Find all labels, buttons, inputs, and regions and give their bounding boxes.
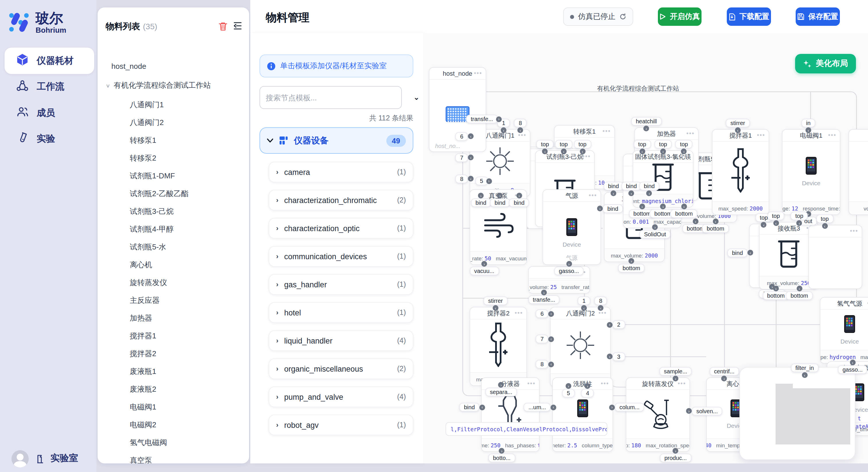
tree-item[interactable]: 真空泵 — [98, 452, 249, 463]
sidebar-item-3[interactable]: 实验 — [5, 126, 94, 152]
port-chip[interactable]: 2 — [613, 321, 625, 329]
port-chip[interactable]: top — [767, 212, 784, 220]
more-icon[interactable]: ••• — [686, 130, 694, 136]
template-category-camera[interactable]: ›camera(1) — [269, 162, 413, 182]
node-八通阀门2[interactable]: 八通阀门2•••positions: 81‹8‹6‹7‹8‹›2›3›5›4 — [550, 307, 611, 387]
tree-item-workstation[interactable]: ∨有机化学流程综合测试工作站 — [98, 77, 249, 94]
port-chip[interactable]: 5 — [562, 389, 575, 398]
tree-item[interactable]: 八通阀门2 — [98, 115, 249, 131]
more-icon[interactable]: ••• — [515, 309, 523, 316]
tree-item[interactable]: 离心机 — [98, 257, 249, 273]
sidebar-item-0[interactable]: 仪器耗材 — [5, 47, 94, 74]
tree-item[interactable]: 电磁阀1 — [98, 399, 249, 415]
more-icon[interactable]: ••• — [527, 380, 536, 386]
template-category-hotel[interactable]: ›hotel(1) — [269, 302, 413, 323]
tree-item[interactable]: 转移泵2 — [98, 150, 249, 166]
node-气源[interactable]: 气源•••Device气源›bind›gasso... — [542, 189, 601, 265]
beautify-layout-button[interactable]: 美化布局 — [795, 54, 856, 73]
port-chip[interactable]: top — [555, 140, 572, 148]
port-chip[interactable]: bottom — [671, 209, 697, 218]
tree-item[interactable]: 试剂瓶2-乙酸乙酯 — [98, 186, 249, 202]
tree-item[interactable]: 主反应器 — [98, 293, 249, 308]
port-chip[interactable]: sample... — [659, 367, 692, 376]
tree-item[interactable]: 废液瓶2 — [98, 381, 249, 398]
port-chip[interactable]: 8 — [536, 360, 548, 369]
tree-item[interactable]: 电磁阀2 — [98, 417, 249, 433]
node-card[interactable]: •••top‹ — [808, 225, 862, 289]
template-category-communication_devices[interactable]: ›communication_devices(1) — [269, 246, 413, 267]
port-chip[interactable]: bind — [603, 182, 623, 191]
tree-item[interactable]: 废液瓶1 — [98, 364, 249, 380]
template-category-characterization_optic[interactable]: ›characterization_optic(1) — [269, 218, 413, 239]
refresh-icon[interactable] — [619, 13, 626, 20]
port-chip[interactable]: bottom — [786, 291, 813, 300]
port-chip[interactable]: ...um... — [524, 403, 551, 411]
more-icon[interactable]: ••• — [601, 380, 609, 386]
port-chip[interactable]: 3 — [613, 352, 625, 361]
tree-item[interactable]: 试剂瓶1-DMF — [98, 168, 249, 184]
port-chip[interactable]: 4 — [581, 389, 594, 398]
template-category-robot_agv[interactable]: ›robot_agv(1) — [269, 415, 413, 435]
collapse-panel-icon[interactable] — [233, 22, 242, 30]
template-category-pump_and_valve[interactable]: ›pump_and_valve(4) — [269, 386, 413, 407]
tree-item[interactable]: 试剂瓶5-水 — [98, 239, 249, 255]
port-chip[interactable]: bind — [509, 198, 529, 207]
port-chip[interactable]: stirrer — [484, 297, 507, 305]
tree-item[interactable]: 八通阀门1 — [98, 97, 249, 113]
port-chip[interactable]: colum... — [615, 403, 644, 411]
port-chip[interactable]: centrif... — [710, 367, 739, 376]
floating-port-chip[interactable]: transfe...› — [466, 115, 502, 123]
port-chip[interactable]: bind — [727, 248, 747, 257]
tree-item[interactable]: 搅拌器2 — [98, 346, 249, 362]
port-chip[interactable]: SolidOut — [640, 230, 671, 239]
port-chip[interactable]: bind — [639, 182, 659, 191]
port-chip[interactable]: bind — [471, 198, 491, 207]
avatar[interactable] — [11, 450, 29, 467]
tree-item[interactable]: 旋转蒸发仪 — [98, 275, 249, 291]
more-icon[interactable]: ••• — [757, 131, 765, 138]
port-chip[interactable]: transfe... — [528, 295, 560, 304]
port-chip[interactable]: top — [536, 140, 554, 148]
save-config-button[interactable]: 保存配置 — [796, 7, 840, 26]
port-chip[interactable]: separa... — [485, 388, 517, 396]
more-icon[interactable]: ••• — [474, 69, 482, 76]
chevron-down-icon[interactable]: ⌄ — [413, 93, 420, 102]
port-chip[interactable]: 8 — [456, 175, 468, 183]
port-chip[interactable]: stirrer — [726, 119, 750, 127]
sidebar-item-1[interactable]: 工作流 — [5, 74, 94, 100]
node-电磁阀1[interactable]: 电磁阀1•••Devicevoltage: 12response_time: 0… — [782, 129, 840, 215]
tree-item[interactable]: 氢气电磁阀 — [98, 435, 249, 451]
sidebar-item-lab[interactable]: 实验室 — [36, 452, 78, 465]
port-chip[interactable]: top — [654, 140, 672, 148]
tree-item[interactable]: 试剂瓶3-己烷 — [98, 204, 249, 220]
node-搅拌器2[interactable]: 搅拌器2•••max_speed: 2000stirrer‹›separa... — [470, 307, 527, 386]
port-chip[interactable]: produc... — [660, 453, 691, 462]
port-chip[interactable]: 1 — [578, 297, 590, 305]
more-icon[interactable]: ••• — [589, 192, 597, 198]
more-icon[interactable]: ••• — [602, 127, 611, 134]
node-旋转蒸发仪[interactable]: 旋转蒸发仪•••temp: 180max_rotation_speed...sa… — [626, 377, 690, 452]
port-chip[interactable]: gasso... — [554, 267, 584, 275]
template-category-liquid_handler[interactable]: ›liquid_handler(4) — [269, 330, 413, 351]
search-template-input[interactable] — [259, 86, 402, 109]
node-氢气气源[interactable]: 氢气气源•••Device_type: hydrogenmax_pre...›g… — [820, 297, 868, 364]
port-chip[interactable]: botto... — [488, 453, 515, 462]
tree-item[interactable]: 搅拌器1 — [98, 328, 249, 344]
port-chip[interactable]: bottom — [763, 291, 789, 300]
port-chip[interactable]: 8 — [514, 119, 526, 127]
port-chip[interactable]: bind — [621, 182, 642, 191]
simulation-status-pill[interactable]: 仿真已停止 — [563, 7, 633, 26]
download-config-button[interactable]: 下载配置 — [727, 7, 771, 26]
port-chip[interactable]: gasso... — [838, 365, 867, 374]
tree-item[interactable]: 试剂瓶4-甲醇 — [98, 222, 249, 237]
floating-port-chip[interactable]: 5› — [475, 177, 492, 185]
port-chip[interactable]: filter_in — [791, 364, 818, 372]
port-chip[interactable]: in — [801, 119, 815, 127]
port-chip[interactable]: bottom — [702, 224, 729, 233]
port-chip[interactable]: top — [574, 140, 591, 148]
port-chip[interactable]: 8 — [594, 297, 607, 305]
template-category-gas_handler[interactable]: ›gas_handler(1) — [269, 274, 413, 295]
template-category-characterization_chromatic[interactable]: ›characterization_chromatic(2) — [269, 190, 413, 210]
port-chip[interactable]: bind — [490, 198, 510, 207]
port-chip[interactable]: 6 — [456, 132, 468, 140]
